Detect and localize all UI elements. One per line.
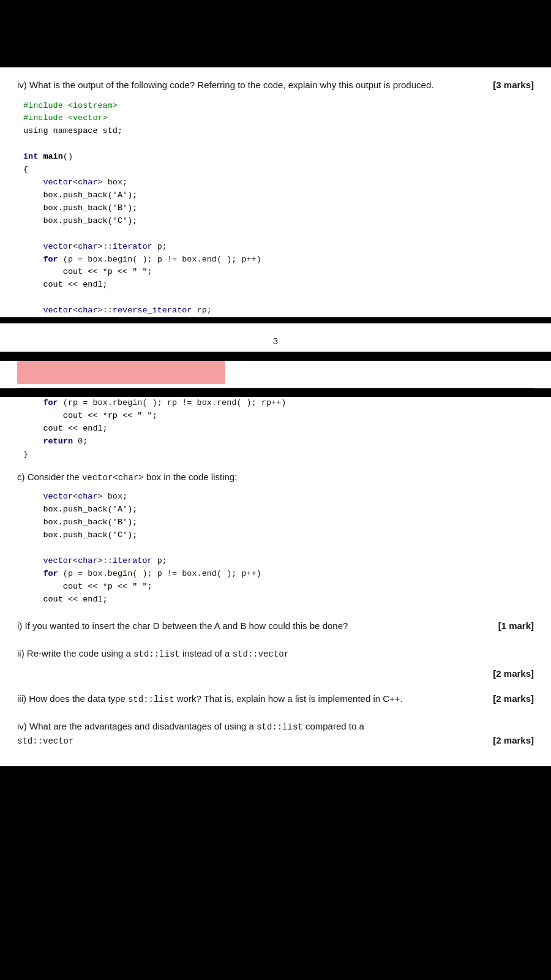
question-i-text: i) If you wanted to insert the char D be… xyxy=(17,620,348,631)
question-c-text2: box in the code listing: xyxy=(144,472,238,482)
page-number: 3 xyxy=(273,336,278,346)
code3-line-1: vector<char> box; xyxy=(23,491,534,503)
code2-line-4: return 0; xyxy=(23,435,534,448)
page-number-section: 3 xyxy=(0,323,551,352)
question-iv2-code1: std::list xyxy=(257,722,303,732)
code-line-14: cout << *p << " "; xyxy=(23,266,534,279)
code3-line-9: cout << endl; xyxy=(23,594,534,606)
code-line-5: int main() xyxy=(23,151,534,164)
redacted-bar xyxy=(17,361,225,384)
question-ii-marks: [2 marks] xyxy=(17,668,534,679)
code2-line-1: for (rp = box.rbegin( ); rp != box.rend(… xyxy=(23,397,534,410)
question-ii: ii) Re-write the code using a std::list … xyxy=(17,647,534,661)
question-ii-text1: ii) Re-write the code using a xyxy=(17,648,133,658)
code-line-2: #include <vector> xyxy=(23,112,534,125)
question-iii: iii) How does the data type std::list wo… xyxy=(17,692,534,706)
code-block-2: for (rp = box.rbegin( ); rp != box.rend(… xyxy=(17,397,534,461)
code-line-6: { xyxy=(23,164,534,176)
question-iv2-code2: std::vector xyxy=(17,736,73,746)
question-iv2-marks: [2 marks] xyxy=(493,734,534,748)
question-c: c) Consider the vector<char> box in the … xyxy=(17,470,534,484)
question-ii-code2: std::vector xyxy=(233,649,289,659)
question-iv2: iv) What are the advantages and disadvan… xyxy=(17,720,534,748)
code3-blank1 xyxy=(23,542,534,555)
question-iii-text2: work? That is, explain how a list is imp… xyxy=(174,693,403,704)
code3-line-2: box.push_back('A'); xyxy=(23,503,534,516)
code-block-3: vector<char> box; box.push_back('A'); bo… xyxy=(17,491,534,606)
code3-line-3: box.push_back('B'); xyxy=(23,516,534,529)
question-iv2-block: iv) What are the advantages and disadvan… xyxy=(17,720,534,748)
code3-line-4: box.push_back('C'); xyxy=(23,529,534,542)
question-i-block: i) If you wanted to insert the char D be… xyxy=(17,619,534,633)
code-line-1: #include <iostream> xyxy=(23,100,534,113)
code-line-12: vector<char>::iterator p; xyxy=(23,241,534,254)
code-line-3: using namespace std; xyxy=(23,125,534,138)
code-line-8: box.push_back('A'); xyxy=(23,189,534,202)
code-line-7: vector<char> box; xyxy=(23,176,534,189)
question-i-marks: [1 mark] xyxy=(498,619,534,633)
code3-line-7: for (p = box.begin( ); p != box.end( ); … xyxy=(23,568,534,581)
question-iv2-text2: compared to a xyxy=(303,721,364,731)
code-block-1: #include <iostream> #include <vector> us… xyxy=(17,100,534,318)
code2-line-3: cout << endl; xyxy=(23,423,534,435)
code-line-blank3 xyxy=(23,292,534,304)
question-ii-block: ii) Re-write the code using a std::list … xyxy=(17,647,534,679)
code2-line-5: } xyxy=(23,448,534,461)
question-c-text1: c) Consider the xyxy=(17,472,82,482)
question-c-code: vector<char> xyxy=(82,473,144,483)
code3-line-6: vector<char>::iterator p; xyxy=(23,555,534,568)
bottom-black-bar xyxy=(0,766,551,803)
page2-content: for (rp = box.rbegin( ); rp != box.rend(… xyxy=(0,397,551,766)
question-iv-text: iv) What is the output of the following … xyxy=(17,80,433,90)
question-iii-code: std::list xyxy=(128,695,174,704)
top-black-bar xyxy=(0,0,551,67)
code-line-9: box.push_back('B'); xyxy=(23,202,534,215)
code-line-17: vector<char>::reverse_iterator rp; xyxy=(23,304,534,317)
code-line-blank1 xyxy=(23,138,534,151)
question-ii-text2: instead of a xyxy=(180,648,233,658)
page1-content: iv) What is the output of the following … xyxy=(0,67,551,317)
code-line-blank2 xyxy=(23,228,534,241)
code-line-10: box.push_back('C'); xyxy=(23,215,534,228)
question-iv-header: iv) What is the output of the following … xyxy=(17,78,534,92)
question-iv-marks: [3 marks] xyxy=(493,78,534,92)
code-line-15: cout << endl; xyxy=(23,279,534,292)
code2-line-2: cout << *rp << " "; xyxy=(23,410,534,423)
question-ii-code1: std::list xyxy=(133,649,180,659)
question-iii-text1: iii) How does the data type xyxy=(17,693,128,704)
question-iv2-text1: iv) What are the advantages and disadvan… xyxy=(17,721,257,731)
question-iii-marks: [2 marks] xyxy=(493,692,534,706)
code3-line-8: cout << *p << " "; xyxy=(23,581,534,594)
question-iii-block: iii) How does the data type std::list wo… xyxy=(17,692,534,706)
redacted-section xyxy=(0,361,551,388)
question-i: i) If you wanted to insert the char D be… xyxy=(17,619,534,633)
divider-line xyxy=(17,388,534,388)
code-line-13: for (p = box.begin( ); p != box.end( ); … xyxy=(23,254,534,266)
